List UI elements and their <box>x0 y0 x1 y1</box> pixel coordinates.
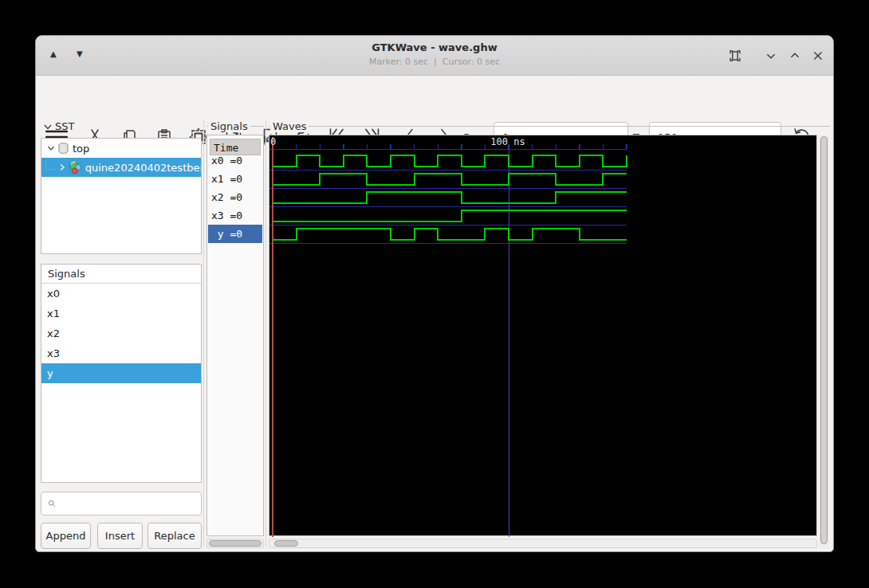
scrollbar-thumb[interactable] <box>209 540 261 547</box>
titlebar[interactable]: ▲ ▼ GTKWave - wave.ghw Marker: 0 sec | C… <box>36 36 833 76</box>
expander[interactable] <box>45 143 57 153</box>
sst-header-label: SST <box>55 120 74 132</box>
signal-list-item[interactable]: y <box>41 363 201 383</box>
signal-value-row[interactable]: x0 =0 <box>208 151 262 170</box>
toolbar: From: To: <box>36 76 833 120</box>
window-title: GTKWave - wave.ghw <box>36 41 833 53</box>
signal-list-rows: x0x1x2x3y <box>41 284 201 383</box>
sst-expander[interactable]: SST <box>42 120 74 132</box>
search-input[interactable] <box>61 494 201 513</box>
signals-frame-label: Signals <box>208 120 250 132</box>
close-icon <box>809 47 827 65</box>
wave-canvas[interactable]: 0100 ns <box>269 135 817 536</box>
signal-list-item[interactable]: x1 <box>41 304 201 323</box>
search-icon <box>48 497 56 510</box>
waves-hscrollbar[interactable] <box>269 539 817 548</box>
tree-item-testbench[interactable]: quine20240402testbench <box>41 158 201 177</box>
insert-button[interactable]: Insert <box>97 523 143 549</box>
waves-frame-label: Waves <box>270 120 309 132</box>
signal-search[interactable] <box>41 492 202 515</box>
fullscreen-icon <box>726 47 744 65</box>
maximize-button[interactable] <box>784 45 805 66</box>
chevron-down-icon <box>42 121 53 132</box>
chevron-down-icon <box>46 143 56 153</box>
signal-value-row[interactable]: x3 =0 <box>208 206 262 225</box>
minimize-button[interactable] <box>761 45 781 66</box>
desktop-background: ▲ ▼ GTKWave - wave.ghw Marker: 0 sec | C… <box>0 0 869 588</box>
signal-list-item[interactable]: x2 <box>41 323 201 343</box>
signal-value-row[interactable]: y =0 <box>208 225 262 243</box>
expander[interactable] <box>56 163 69 172</box>
svg-text:0: 0 <box>270 136 276 147</box>
signal-values-panel: Time x0 =0x1 =0x2 =0x3 =0 y =0 <box>206 135 264 536</box>
values-hscrollbar[interactable] <box>206 539 264 548</box>
signal-value-row[interactable]: x1 =0 <box>208 170 262 188</box>
append-button[interactable]: Append <box>41 523 91 549</box>
signal-list-header: Signals <box>41 265 201 284</box>
scrollbar-thumb[interactable] <box>820 136 828 544</box>
fullscreen-button[interactable] <box>725 45 745 66</box>
signal-value-row[interactable]: x2 =0 <box>208 188 262 206</box>
waveform-plot: 0100 ns <box>269 135 818 537</box>
pane-splitter-left[interactable] <box>203 120 204 547</box>
signal-name-list: Signals x0x1x2x3y <box>41 264 202 483</box>
pane-splitter-right[interactable] <box>265 120 266 547</box>
replace-button[interactable]: Replace <box>147 523 202 549</box>
waves-frame-line <box>269 126 830 127</box>
tree-branch-line <box>45 160 55 170</box>
gtkwave-window: ▲ ▼ GTKWave - wave.ghw Marker: 0 sec | C… <box>35 35 834 552</box>
module-icon <box>69 161 82 174</box>
marker-cursor-status: Marker: 0 sec | Cursor: 0 sec <box>36 57 833 67</box>
sst-tree: top quine20240402testbench <box>41 138 202 254</box>
signal-list-item[interactable]: x3 <box>41 343 201 363</box>
tree-item-label: quine20240402testbench <box>85 162 201 174</box>
svg-text:100 ns: 100 ns <box>490 136 525 147</box>
tree-item-top[interactable]: top <box>41 139 201 158</box>
tree-item-label: top <box>73 143 89 155</box>
chevron-right-icon <box>57 163 67 172</box>
close-button[interactable] <box>808 45 828 66</box>
waves-vscrollbar[interactable] <box>819 135 829 549</box>
scrollbar-thumb[interactable] <box>274 540 298 547</box>
chevron-down-icon <box>762 47 780 65</box>
chevron-up-icon <box>786 47 804 65</box>
signal-list-item[interactable]: x0 <box>41 284 201 304</box>
database-icon <box>57 142 69 155</box>
